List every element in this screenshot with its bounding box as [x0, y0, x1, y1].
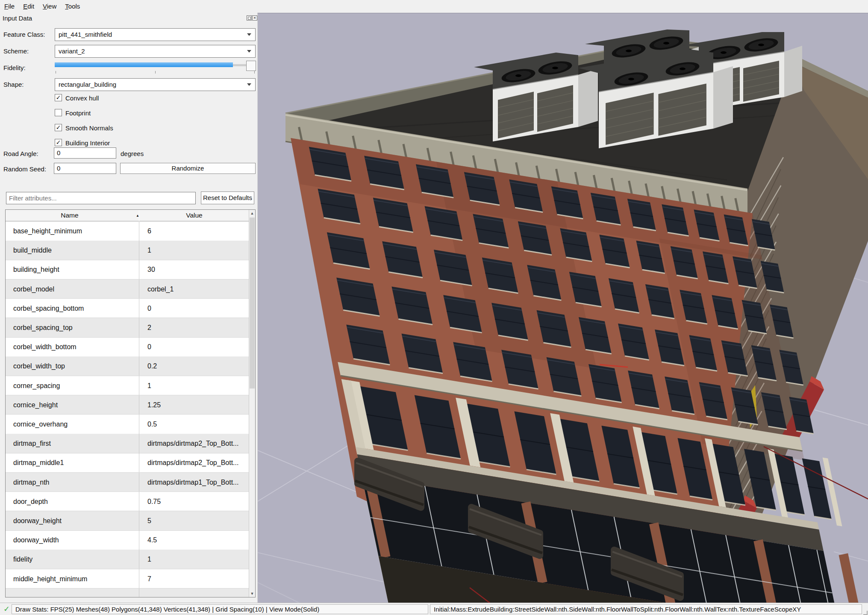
cell-value[interactable]: 1.25	[147, 395, 247, 415]
cell-name[interactable]: corbel_model	[13, 280, 136, 299]
cell-name[interactable]: fidelity	[13, 550, 136, 569]
table-row[interactable]: fidelity1	[6, 550, 249, 569]
resize-grip[interactable]	[863, 611, 868, 615]
cell-name[interactable]: dirtmap_middle1	[13, 453, 136, 472]
checkbox-footprint[interactable]	[55, 109, 62, 116]
table-row[interactable]: dirtmap_nthdirtmaps/dirtmap1_Top_Bott...	[6, 473, 249, 492]
viewport-3d[interactable]	[257, 13, 868, 603]
close-panel-icon[interactable]: ✕	[252, 15, 257, 21]
cell-value[interactable]: 5	[147, 511, 247, 530]
scroll-up-icon[interactable]: ▲	[249, 210, 255, 217]
table-row[interactable]: corbel_spacing_bottom0	[6, 299, 249, 318]
pipeline-status-text: Initial:Mass:ExtrudeBuilding:StreetSideW…	[430, 604, 862, 614]
hvac-fan-hub	[663, 42, 669, 44]
cell-name[interactable]: middle_height_minimum	[13, 569, 136, 589]
fidelity-label: Fidelity:	[3, 64, 26, 71]
cell-name[interactable]: door_depth	[13, 492, 136, 511]
fidelity-slider[interactable]	[55, 61, 256, 74]
hvac-fan-hub	[628, 78, 634, 80]
table-row[interactable]: corbel_width_top0.2	[6, 356, 249, 376]
random-seed-input[interactable]: 0	[54, 163, 116, 174]
checkbox-building-interior[interactable]: ✓	[55, 139, 62, 146]
scheme-select[interactable]: variant_2	[55, 45, 256, 58]
cell-value[interactable]: dirtmaps/dirtmap1_Top_Bott...	[147, 473, 247, 492]
cell-name[interactable]	[13, 589, 136, 597]
cell-value[interactable]: 1	[147, 241, 247, 260]
cell-value[interactable]: 7	[147, 569, 247, 589]
attribute-table: Name ▲ Value base_height_minimum6build_m…	[5, 209, 256, 597]
cell-value[interactable]: 30	[147, 260, 247, 279]
menu-item-tools[interactable]: Tools	[61, 0, 84, 13]
check-success-icon: ✓	[3, 604, 10, 614]
cell-value[interactable]: dirtmaps/dirtmap2_Top_Bott...	[147, 434, 247, 453]
column-header-value[interactable]: Value	[139, 210, 249, 221]
input-data-panel: Input Data ✕ Feature Class: pitt_441_smi…	[0, 13, 256, 603]
table-row[interactable]: base_height_minimum6	[6, 221, 249, 241]
table-row[interactable]: dirtmap_middle1dirtmaps/dirtmap2_Top_Bot…	[6, 453, 249, 472]
table-row[interactable]: middle_height_minimum7	[6, 569, 249, 589]
table-row[interactable]: doorway_width4.5	[6, 530, 249, 550]
cell-name[interactable]: build_middle	[13, 241, 136, 260]
scrollbar-thumb[interactable]	[250, 218, 255, 388]
cell-name[interactable]: base_height_minimum	[13, 221, 136, 241]
cell-name[interactable]: corner_spacing	[13, 376, 136, 395]
chevron-down-icon	[247, 50, 251, 53]
table-row[interactable]: cornice_overhang0.5	[6, 415, 249, 434]
menu-item-edit[interactable]: Edit	[19, 0, 38, 13]
table-row[interactable]: building_height30	[6, 260, 249, 279]
cell-name[interactable]: dirtmap_nth	[13, 473, 136, 492]
table-row[interactable]: door_depth0.75	[6, 492, 249, 511]
road-angle-label: Road Angle:	[3, 150, 38, 157]
table-row[interactable]: dirtmap_firstdirtmaps/dirtmap2_Top_Bott.…	[6, 434, 249, 453]
table-row[interactable]: corner_spacing1	[6, 376, 249, 395]
cell-value[interactable]: 0.75	[147, 492, 247, 511]
table-row[interactable]	[6, 589, 249, 597]
cell-value[interactable]: 0	[147, 299, 247, 318]
cell-value[interactable]	[147, 589, 247, 597]
cell-name[interactable]: dirtmap_first	[13, 434, 136, 453]
checkbox-label: Convex hull	[65, 94, 99, 102]
menu-item-view[interactable]: View	[38, 0, 61, 13]
cell-value[interactable]: 2	[147, 318, 247, 337]
cell-value[interactable]: 6	[147, 221, 247, 241]
hvac-side	[713, 66, 733, 129]
cell-name[interactable]: corbel_spacing_top	[13, 318, 136, 337]
cell-name[interactable]: corbel_width_top	[13, 356, 136, 376]
float-panel-icon[interactable]	[247, 15, 252, 21]
fidelity-slider-handle[interactable]	[246, 61, 256, 71]
cell-value[interactable]: 0.2	[147, 356, 247, 376]
checkbox-smooth-normals[interactable]: ✓	[55, 124, 62, 131]
cell-value[interactable]: 0.5	[147, 415, 247, 434]
cell-name[interactable]: building_height	[13, 260, 136, 279]
table-row[interactable]: corbel_modelcorbel_1	[6, 280, 249, 299]
table-row[interactable]: corbel_width_bottom0	[6, 337, 249, 356]
cell-value[interactable]: dirtmaps/dirtmap2_Top_Bott...	[147, 453, 247, 472]
randomize-button[interactable]: Randomize	[120, 163, 256, 174]
cell-name[interactable]: corbel_width_bottom	[13, 337, 136, 356]
table-row[interactable]: doorway_height5	[6, 511, 249, 530]
table-scrollbar[interactable]: ▲ ▼	[249, 210, 255, 597]
cell-name[interactable]: cornice_height	[13, 395, 136, 415]
cell-value[interactable]: 1	[147, 550, 247, 569]
table-row[interactable]: cornice_height1.25	[6, 395, 249, 415]
checkbox-convex-hull[interactable]: ✓	[55, 94, 62, 101]
status-bar: ✓ Draw Stats: FPS(25) Meshes(48) Polygon…	[0, 603, 868, 615]
reset-to-defaults-button[interactable]: Reset to Defaults	[201, 191, 254, 204]
feature-class-select[interactable]: pitt_441_smithfield	[55, 28, 256, 41]
cell-value[interactable]: 1	[147, 376, 247, 395]
cell-value[interactable]: corbel_1	[147, 280, 247, 299]
cell-name[interactable]: cornice_overhang	[13, 415, 136, 434]
cell-value[interactable]: 4.5	[147, 530, 247, 550]
cell-name[interactable]: doorway_width	[13, 530, 136, 550]
menu-item-file[interactable]: File	[0, 0, 19, 13]
table-row[interactable]: build_middle1	[6, 241, 249, 260]
column-header-name[interactable]: Name ▲	[6, 210, 139, 221]
cell-value[interactable]: 0	[147, 337, 247, 356]
cell-name[interactable]: doorway_height	[13, 511, 136, 530]
road-angle-input[interactable]: 0	[54, 147, 116, 159]
shape-select[interactable]: rectangular_building	[55, 78, 256, 91]
scroll-down-icon[interactable]: ▼	[249, 590, 255, 597]
cell-name[interactable]: corbel_spacing_bottom	[13, 299, 136, 318]
filter-attributes-input[interactable]	[6, 192, 196, 204]
table-row[interactable]: corbel_spacing_top2	[6, 318, 249, 337]
